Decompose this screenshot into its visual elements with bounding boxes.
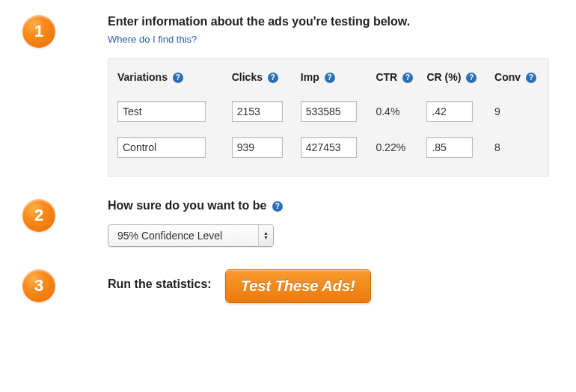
help-icon[interactable]: ?: [402, 73, 413, 83]
col-ctr-header: CTR ?: [374, 67, 425, 94]
step-3-body: Run the statistics: Test These Ads!: [108, 269, 561, 303]
table-header-row: Variations ? Clicks ? Imp ? CTR ? CR (%)…: [116, 67, 541, 94]
variations-table-container: Variations ? Clicks ? Imp ? CTR ? CR (%)…: [108, 58, 549, 177]
clicks-input[interactable]: [232, 137, 283, 158]
step-2-body: How sure do you want to be ? 95% Confide…: [108, 199, 561, 247]
step-3-title: Run the statistics:: [108, 278, 212, 291]
table-row: 0.4% 9: [116, 94, 541, 129]
chevron-down-icon: ▼: [263, 236, 269, 240]
conv-value: 8: [493, 129, 541, 165]
where-do-i-find-link[interactable]: Where do I find this?: [108, 34, 197, 45]
cr-input[interactable]: [426, 101, 473, 122]
step-badge-2: 2: [22, 199, 55, 232]
ctr-value: 0.4%: [374, 94, 425, 129]
test-these-ads-button[interactable]: Test These Ads!: [225, 269, 371, 303]
col-cr-header: CR (%) ?: [425, 67, 493, 94]
step-badge-3: 3: [22, 269, 55, 302]
help-icon[interactable]: ?: [466, 73, 477, 83]
cr-input[interactable]: [426, 137, 473, 158]
select-stepper-icon: ▲ ▼: [258, 225, 273, 246]
impressions-input[interactable]: [301, 101, 357, 122]
col-conv-header: Conv ?: [493, 67, 541, 94]
table-row: 0.22% 8: [116, 129, 541, 165]
help-icon[interactable]: ?: [272, 201, 283, 212]
variation-name-input[interactable]: [117, 137, 206, 158]
help-icon[interactable]: ?: [526, 73, 536, 83]
col-clicks-header: Clicks ?: [230, 67, 299, 94]
step-2-title: How sure do you want to be ?: [108, 199, 283, 212]
conv-value: 9: [493, 94, 541, 129]
step-badge-1: 1: [22, 15, 55, 48]
variations-table: Variations ? Clicks ? Imp ? CTR ? CR (%)…: [116, 67, 541, 165]
help-icon[interactable]: ?: [173, 73, 183, 83]
impressions-input[interactable]: [301, 137, 357, 158]
step-1-body: Enter information about the ads you're t…: [108, 15, 561, 177]
step-1: 1 Enter information about the ads you're…: [22, 15, 561, 177]
confidence-select[interactable]: 95% Confidence Level ▲ ▼: [108, 224, 274, 247]
ctr-value: 0.22%: [374, 129, 425, 165]
confidence-select-label: 95% Confidence Level: [108, 225, 258, 246]
step-2: 2 How sure do you want to be ? 95% Confi…: [22, 199, 561, 247]
clicks-input[interactable]: [232, 101, 283, 122]
help-icon[interactable]: ?: [325, 73, 335, 83]
col-variations-header: Variations ?: [116, 67, 230, 94]
step-3: 3 Run the statistics: Test These Ads!: [22, 269, 561, 303]
col-imp-header: Imp ?: [299, 67, 375, 94]
variation-name-input[interactable]: [117, 101, 206, 122]
step-1-title: Enter information about the ads you're t…: [108, 15, 410, 28]
help-icon[interactable]: ?: [268, 73, 278, 83]
